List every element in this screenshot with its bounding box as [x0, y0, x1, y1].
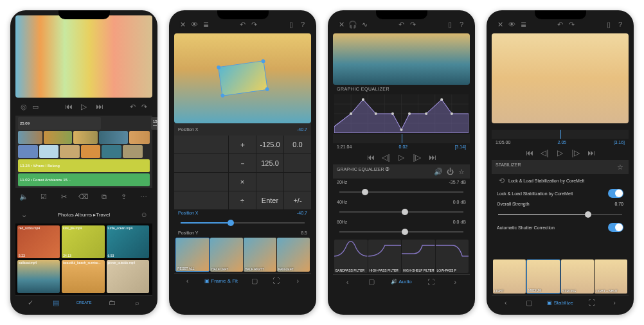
undo-icon[interactable]: ↶	[397, 20, 406, 29]
folder-icon[interactable]: 🗀	[107, 298, 116, 307]
more-icon[interactable]: ›	[451, 277, 460, 286]
delete-icon[interactable]: ⌫	[79, 192, 88, 201]
media-item[interactable]: red_rocks.mp45.23	[17, 225, 60, 258]
strength-slider[interactable]	[492, 208, 629, 221]
play-icon[interactable]: ▷	[397, 153, 406, 162]
scrubber[interactable]	[333, 134, 470, 143]
preset-row[interactable]: Lock & Load Stabilization by CoreMelt	[492, 187, 629, 200]
clip[interactable]	[39, 145, 59, 158]
expand-icon[interactable]: ⛶	[587, 298, 596, 307]
keypad-blank[interactable]	[174, 173, 228, 191]
clip[interactable]	[18, 145, 38, 158]
smile-icon[interactable]: ☺	[139, 210, 148, 219]
close-icon[interactable]: ✕	[337, 20, 346, 29]
keypad-plusminus[interactable]: +/-	[284, 191, 311, 209]
headphones-icon[interactable]: 🎧	[348, 20, 357, 29]
share-icon[interactable]: ⇪	[120, 192, 129, 201]
wave-icon[interactable]: ∿	[360, 20, 369, 29]
preset-pan-left[interactable]: PAN-LEFT	[277, 238, 310, 272]
undo-icon[interactable]: ↶	[238, 20, 247, 29]
keypad-blank[interactable]	[174, 154, 228, 172]
more-icon[interactable]: ›	[610, 298, 619, 307]
eye-icon[interactable]: 👁	[190, 20, 199, 29]
back-icon[interactable]: ‹	[183, 276, 192, 285]
filter-bandpass[interactable]: BANDPASS FILTER	[334, 240, 368, 273]
back-icon[interactable]: ‹	[501, 298, 510, 307]
stabilize-label[interactable]: ▣ Stabilize	[547, 300, 573, 306]
fx-icon[interactable]: ⛶	[427, 277, 436, 286]
eye-icon[interactable]: 👁	[507, 20, 516, 29]
filter-highpass[interactable]: HIGH-PASS FILTER	[368, 240, 402, 273]
clip[interactable]	[60, 145, 80, 158]
pos-x-slider[interactable]	[174, 216, 311, 229]
browser-title[interactable]: Photos Albums ▸Travel	[28, 212, 139, 218]
keypad-preset1[interactable]: -125.0	[256, 136, 283, 154]
more-icon[interactable]: ⋯	[139, 192, 148, 201]
library-icon[interactable]: ▤	[51, 298, 60, 307]
param-header[interactable]: Position X -40.7	[174, 123, 311, 136]
star-icon[interactable]: ☆	[616, 162, 625, 171]
media-item[interactable]: beautiful_beach_sunrise...	[62, 260, 104, 293]
auto-row[interactable]: Automatic Shutter Correction	[492, 221, 629, 234]
media-item[interactable]: turtle_ocean.mp46.53	[107, 225, 149, 258]
keypad-minus[interactable]: －	[229, 154, 256, 172]
video-preview[interactable]	[174, 33, 311, 123]
timeline-marker[interactable]: 25.09	[18, 117, 101, 130]
clip[interactable]	[73, 131, 98, 144]
keypad-blank[interactable]	[256, 173, 283, 191]
keypad-enter[interactable]: Enter	[256, 191, 283, 209]
power-icon[interactable]: ⏻	[445, 167, 454, 176]
help-icon[interactable]: ?	[457, 20, 466, 29]
layers-icon[interactable]: ≣	[519, 20, 528, 29]
sound-icon[interactable]: 🔊	[434, 167, 443, 176]
snapshot-icon[interactable]: ▭	[31, 102, 40, 111]
preset-toggle[interactable]	[608, 189, 623, 198]
media-item[interactable]: sailboat.mp4	[17, 260, 60, 293]
clip[interactable]	[123, 145, 143, 158]
keypad-blank[interactable]	[174, 191, 228, 209]
keypad-blank[interactable]	[284, 173, 311, 191]
next-icon[interactable]: ⏭	[95, 102, 104, 111]
undo-icon[interactable]: ↶	[556, 20, 565, 29]
cut-icon[interactable]: ✂	[59, 192, 68, 201]
preset-half-left[interactable]: HALF LEFT	[210, 238, 243, 272]
step-back-icon[interactable]: ◁|	[382, 153, 391, 162]
audio-clip[interactable]: 13.28 • Where I Belong	[18, 159, 150, 172]
level-strong[interactable]: STRONG	[561, 259, 594, 294]
play-icon[interactable]: ▷	[80, 102, 89, 111]
book-icon[interactable]: ▯	[604, 20, 613, 29]
redo-icon[interactable]: ↷	[568, 20, 577, 29]
layers-icon[interactable]: ≣	[201, 20, 210, 29]
prev-icon[interactable]: ⏮	[366, 153, 375, 162]
help-icon[interactable]: ?	[616, 20, 625, 29]
step-fwd-icon[interactable]: |▷	[571, 148, 580, 157]
next-icon[interactable]: ⏭	[428, 153, 437, 162]
media-item[interactable]: picnic_outside.mp4	[107, 260, 149, 293]
crop-icon[interactable]: ▢	[367, 277, 376, 286]
preset-active[interactable]: ⟲Lock & Load Stabilization by CoreMelt	[492, 174, 629, 187]
clip[interactable]	[44, 131, 73, 144]
preset-half-right[interactable]: HALF RIGHT	[244, 238, 276, 272]
preset-reset[interactable]: RESET ALL	[175, 238, 210, 272]
book-icon[interactable]: ▯	[287, 20, 296, 29]
frame-fit-label[interactable]: ▣ Frame & Fit	[204, 278, 238, 284]
keypad-zero[interactable]: 0.0	[284, 136, 311, 154]
clip[interactable]	[102, 145, 121, 158]
clip[interactable]	[18, 131, 42, 144]
next-icon[interactable]: ⏭	[587, 148, 596, 157]
close-icon[interactable]: ✕	[178, 20, 187, 29]
check-icon[interactable]: ✓	[26, 298, 35, 307]
audio-label[interactable]: 🔊 Audio	[391, 279, 411, 285]
book-icon[interactable]: ▯	[445, 20, 454, 29]
scrubber[interactable]	[492, 130, 629, 139]
media-item[interactable]: kiwi_pie.mp424.13	[62, 225, 104, 258]
play-icon[interactable]: ▷	[556, 148, 565, 157]
overlay-clip[interactable]	[218, 60, 268, 96]
prev-icon[interactable]: ⏮	[64, 102, 73, 111]
level-medium[interactable]: MEDIUM	[526, 259, 560, 294]
volume-icon[interactable]: 🔈	[19, 192, 28, 201]
audio-clip[interactable]: 11.03 • Forest Ambience 15...	[18, 173, 150, 186]
crop-icon[interactable]: ▢	[524, 298, 533, 307]
eq-graph[interactable]	[334, 94, 469, 133]
audio-clip[interactable]: 15.18 • Breaking Wind — Va...	[151, 117, 157, 130]
